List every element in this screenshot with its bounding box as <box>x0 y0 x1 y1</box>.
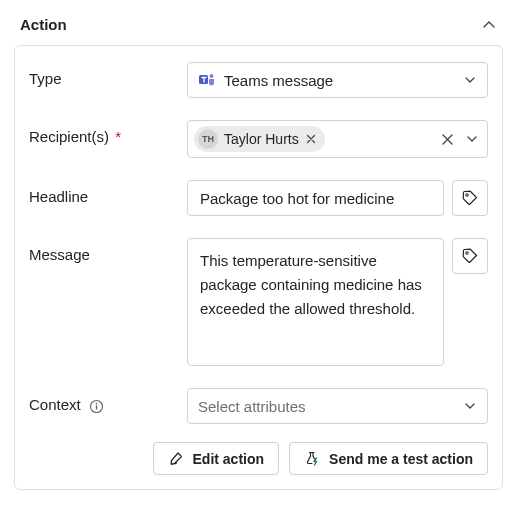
tag-icon <box>461 247 479 265</box>
clear-all-icon[interactable] <box>440 132 455 147</box>
svg-point-3 <box>466 252 468 254</box>
recipients-row: Recipient(s) * TH Taylor Hurts <box>29 120 488 158</box>
headline-label: Headline <box>29 180 187 205</box>
edit-action-label: Edit action <box>193 451 265 467</box>
avatar: TH <box>198 129 218 149</box>
chevron-down-icon <box>463 399 477 413</box>
type-label: Type <box>29 62 187 87</box>
svg-point-2 <box>466 194 468 196</box>
message-input[interactable] <box>187 238 444 366</box>
collapse-icon[interactable] <box>481 17 497 33</box>
message-row: Message <box>29 238 488 366</box>
headline-tag-button[interactable] <box>452 180 488 216</box>
headline-input[interactable] <box>187 180 444 216</box>
section-title: Action <box>20 16 67 33</box>
headline-row: Headline <box>29 180 488 216</box>
recipients-label: Recipient(s) * <box>29 120 187 145</box>
type-row: Type Teams message <box>29 62 488 98</box>
type-value: Teams message <box>224 72 333 89</box>
context-label: Context <box>29 388 187 414</box>
message-label: Message <box>29 238 187 263</box>
chevron-down-icon <box>463 73 477 87</box>
teams-icon <box>198 71 216 89</box>
context-select[interactable]: Select attributes <box>187 388 488 424</box>
context-row: Context Select attributes <box>29 388 488 424</box>
svg-point-1 <box>210 74 214 78</box>
send-test-label: Send me a test action <box>329 451 473 467</box>
edit-action-button[interactable]: Edit action <box>153 442 280 475</box>
panel-footer: Edit action Send me a test action <box>29 442 488 475</box>
svg-rect-6 <box>96 405 97 409</box>
chevron-down-icon[interactable] <box>465 132 479 146</box>
edit-icon <box>168 450 185 467</box>
tag-icon <box>461 189 479 207</box>
action-panel: Type Teams message Recipient(s) * <box>14 45 503 490</box>
section-header: Action <box>14 12 503 45</box>
beaker-bolt-icon <box>304 450 321 467</box>
recipient-name: Taylor Hurts <box>224 131 299 147</box>
context-placeholder: Select attributes <box>198 398 306 415</box>
svg-point-5 <box>95 402 97 404</box>
type-select[interactable]: Teams message <box>187 62 488 98</box>
message-tag-button[interactable] <box>452 238 488 274</box>
recipient-chip: TH Taylor Hurts <box>194 126 325 152</box>
remove-chip-icon[interactable] <box>305 133 317 145</box>
info-icon[interactable] <box>89 399 104 414</box>
send-test-button[interactable]: Send me a test action <box>289 442 488 475</box>
recipients-input[interactable]: TH Taylor Hurts <box>187 120 488 158</box>
required-marker: * <box>115 128 121 145</box>
